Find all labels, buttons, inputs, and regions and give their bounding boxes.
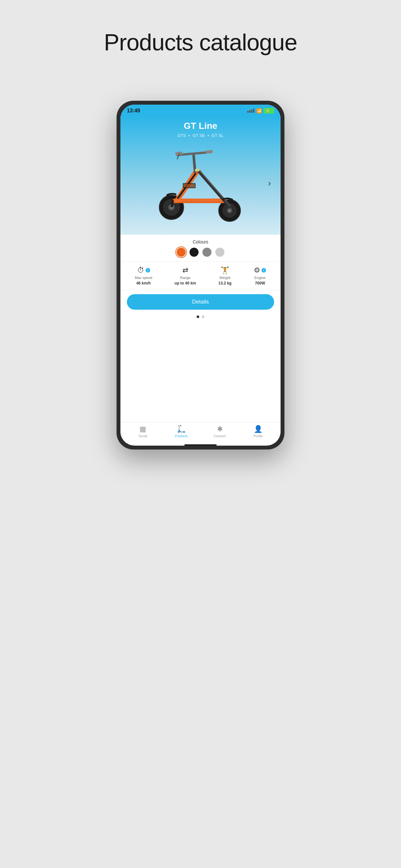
dot-separator [189, 135, 190, 136]
nav-label-profile: Profile [253, 434, 263, 438]
spec-max-speed: ⏱ i Max speed 46 km/h [135, 266, 152, 285]
spec-range: ⇄ Range up to 40 km [175, 266, 196, 285]
info-badge-speed[interactable]: i [146, 268, 150, 273]
wifi-icon: 📶 [256, 108, 262, 113]
content-area: Colours ⏱ i Max speed 46 km/h [120, 235, 281, 422]
spec-max-speed-label: Max speed [135, 276, 152, 280]
details-section: Details [120, 290, 281, 314]
nav-item-profile[interactable]: 👤 Profile [239, 425, 277, 438]
spec-range-icon-row: ⇄ [182, 266, 188, 275]
specs-section: ⏱ i Max speed 46 km/h ⇄ Range up to 40 k… [120, 261, 281, 290]
battery-icon: ⚡ [264, 108, 274, 114]
nav-label-social: Social [138, 434, 147, 438]
range-icon: ⇄ [182, 266, 188, 275]
colours-section: Colours [120, 235, 281, 261]
spec-engine-label: Engine [254, 276, 266, 280]
pagination-dot-1 [197, 315, 199, 318]
scooter-image [149, 141, 252, 225]
swatch-black[interactable] [189, 248, 198, 257]
status-time: 13:49 [127, 108, 140, 114]
speedometer-icon: ⏱ [137, 266, 144, 275]
nav-item-connect[interactable]: ✱ Connect [201, 425, 239, 438]
svg-rect-9 [174, 199, 225, 202]
spec-engine-value: 700W [255, 281, 265, 285]
phone-device: 13:49 📶 ⚡ GT Line GTS GT SE GT SL [117, 101, 284, 450]
spec-range-label: Range [180, 276, 190, 280]
spec-weight-label: Weight [220, 276, 230, 280]
hero-section: GT Line GTS GT SE GT SL [120, 116, 281, 235]
swatch-gray[interactable] [203, 248, 212, 257]
next-arrow[interactable]: › [268, 178, 271, 188]
engine-icon: ⚙ [254, 266, 260, 275]
svg-rect-23 [195, 169, 199, 172]
page-title: Products catalogue [104, 29, 297, 56]
profile-icon: 👤 [254, 425, 263, 433]
spec-engine-icon-row: ⚙ i [254, 266, 266, 275]
colour-swatches [127, 248, 274, 257]
spec-weight-icon-row: 🏋 [220, 266, 229, 275]
pagination-dots [120, 314, 281, 321]
status-icons: 📶 ⚡ [247, 108, 274, 114]
pagination-dot-2 [202, 315, 204, 318]
nav-label-products: Products [175, 434, 188, 438]
weight-icon: 🏋 [220, 266, 229, 275]
spec-weight-value: 13.2 kg [218, 281, 232, 285]
svg-point-7 [228, 210, 230, 212]
svg-rect-15 [184, 184, 195, 187]
nav-label-connect: Connect [214, 434, 226, 438]
spec-max-speed-icon-row: ⏱ i [137, 266, 150, 275]
variant-gtsl: GT SL [212, 133, 223, 138]
svg-rect-19 [206, 150, 213, 154]
colours-label: Colours [127, 239, 274, 244]
spec-max-speed-value: 46 km/h [136, 281, 151, 285]
products-scooter-icon: 🛴 [177, 425, 186, 433]
signal-icon [247, 109, 254, 113]
bluetooth-icon: ✱ [217, 425, 223, 433]
spec-range-value: up to 40 km [175, 281, 196, 285]
nav-item-products[interactable]: 🛴 Products [162, 425, 201, 438]
home-indicator [184, 444, 217, 445]
dot-separator-2 [208, 135, 209, 136]
spec-weight: 🏋 Weight 13.2 kg [218, 266, 232, 285]
phone-screen: 13:49 📶 ⚡ GT Line GTS GT SE GT SL [120, 104, 281, 445]
variant-gts: GTS [178, 133, 186, 138]
status-bar: 13:49 📶 ⚡ [120, 104, 281, 116]
product-variants: GTS GT SE GT SL [127, 133, 274, 138]
product-name: GT Line [127, 121, 274, 131]
details-button[interactable]: Details [127, 294, 274, 310]
swatch-light-gray[interactable] [215, 248, 224, 257]
scooter-container: › [127, 138, 274, 228]
social-icon: ▦ [140, 425, 146, 433]
spec-engine: ⚙ i Engine 700W [254, 266, 266, 285]
bottom-nav: ▦ Social 🛴 Products ✱ Connect 👤 Profile [120, 422, 281, 443]
info-badge-engine[interactable]: i [261, 268, 266, 273]
swatch-orange[interactable] [177, 248, 186, 257]
variant-gtse: GT SE [192, 133, 205, 138]
nav-item-social[interactable]: ▦ Social [124, 425, 162, 438]
